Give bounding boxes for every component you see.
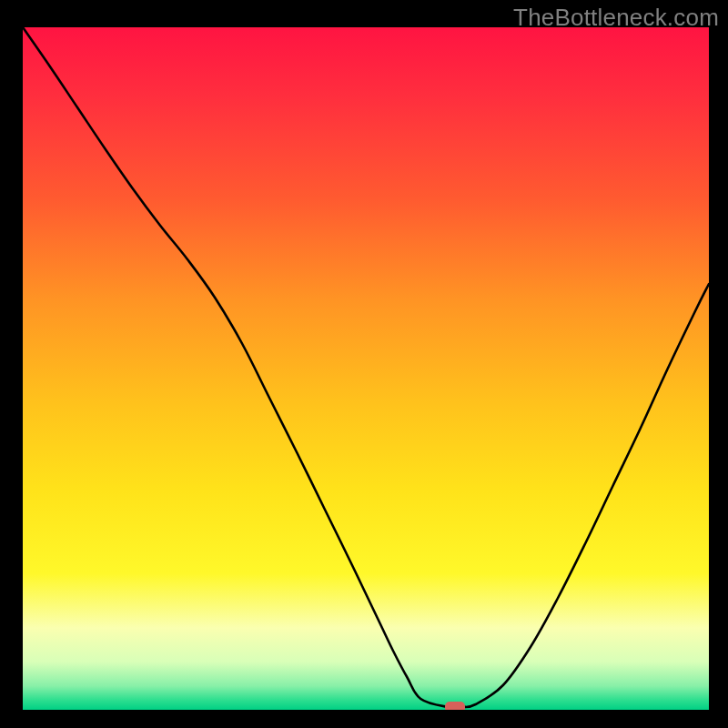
gradient-bg [23, 27, 709, 710]
min-marker [445, 702, 465, 710]
chart-plot [23, 27, 709, 710]
chart-svg [23, 27, 709, 710]
chart-frame: TheBottleneck.com [0, 0, 728, 728]
